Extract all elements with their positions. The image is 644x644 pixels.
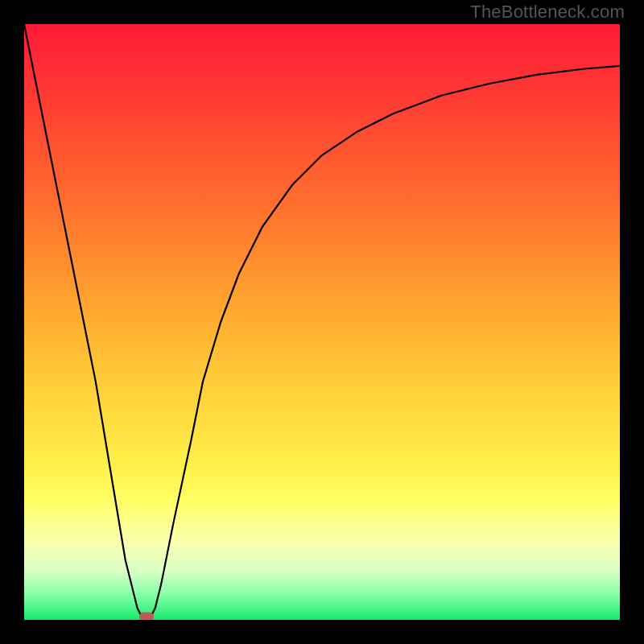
optimal-marker bbox=[139, 613, 154, 621]
watermark-text: TheBottleneck.com bbox=[470, 2, 625, 23]
plot-area bbox=[24, 24, 620, 620]
chart-frame: TheBottleneck.com bbox=[0, 0, 644, 644]
bottleneck-curve bbox=[24, 24, 620, 620]
